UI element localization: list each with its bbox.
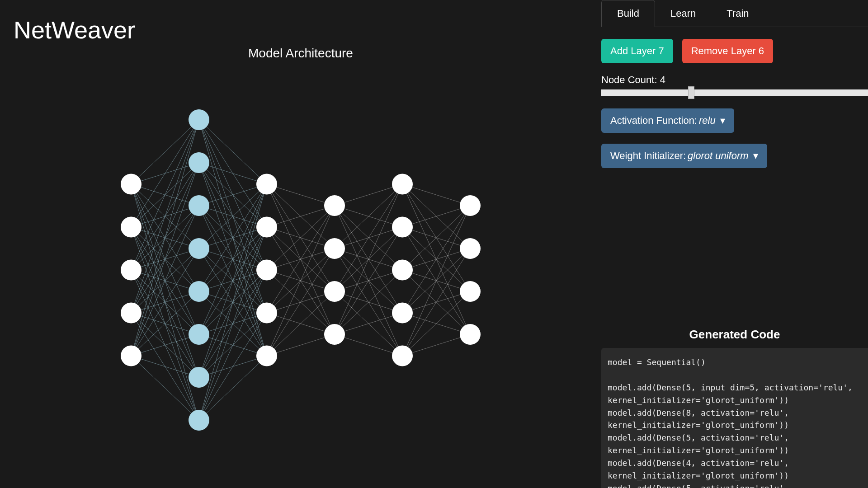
network-node[interactable] bbox=[121, 174, 142, 194]
network-edge bbox=[131, 356, 199, 377]
app-title: NetWeaver bbox=[14, 16, 588, 44]
network-edge bbox=[199, 184, 267, 420]
network-edge bbox=[131, 291, 199, 356]
network-node[interactable] bbox=[460, 281, 481, 302]
network-edge bbox=[335, 270, 402, 334]
network-node[interactable] bbox=[189, 410, 209, 431]
network-edge bbox=[402, 249, 470, 356]
network-edge bbox=[402, 206, 470, 227]
network-viz-container bbox=[14, 61, 588, 479]
network-node[interactable] bbox=[256, 174, 277, 194]
add-layer-button[interactable]: Add Layer 7 bbox=[601, 39, 673, 63]
network-edge bbox=[131, 249, 199, 356]
network-node[interactable] bbox=[460, 195, 481, 216]
network-node[interactable] bbox=[189, 281, 209, 302]
network-node[interactable] bbox=[189, 152, 209, 173]
generated-code-block[interactable]: model = Sequential() model.add(Dense(5, … bbox=[601, 348, 868, 488]
activation-dropdown[interactable]: Activation Function: relu ▾ bbox=[601, 108, 734, 133]
network-edge bbox=[267, 184, 335, 206]
network-edge bbox=[131, 120, 199, 356]
network-edge bbox=[267, 206, 335, 270]
network-node[interactable] bbox=[392, 174, 413, 194]
network-node[interactable] bbox=[324, 238, 345, 259]
network-edge bbox=[267, 249, 335, 356]
network-node[interactable] bbox=[256, 302, 277, 323]
network-edge bbox=[267, 206, 335, 313]
network-node[interactable] bbox=[189, 195, 209, 216]
network-node[interactable] bbox=[256, 216, 277, 237]
network-edge bbox=[199, 120, 267, 184]
network-edge bbox=[199, 356, 267, 420]
network-node[interactable] bbox=[460, 238, 481, 259]
network-node[interactable] bbox=[189, 109, 209, 130]
network-node[interactable] bbox=[256, 259, 277, 280]
network-edge bbox=[402, 206, 470, 313]
network-edge bbox=[131, 120, 199, 313]
network-edge bbox=[131, 356, 199, 420]
network-node[interactable] bbox=[392, 302, 413, 323]
network-node[interactable] bbox=[392, 259, 413, 280]
network-edge bbox=[131, 120, 199, 184]
network-node[interactable] bbox=[189, 367, 209, 388]
generated-code-title: Generated Code bbox=[601, 328, 868, 342]
network-edge bbox=[335, 184, 402, 206]
network-node[interactable] bbox=[121, 345, 142, 366]
mode-tabs: BuildLearnTrain bbox=[601, 0, 868, 27]
network-node[interactable] bbox=[121, 302, 142, 323]
network-edge bbox=[335, 227, 402, 334]
network-edge bbox=[199, 184, 267, 291]
network-edge bbox=[199, 184, 267, 377]
network-edge bbox=[335, 313, 402, 334]
network-edge bbox=[402, 334, 470, 356]
network-edge bbox=[267, 334, 335, 356]
network-edge bbox=[199, 227, 267, 420]
network-edge bbox=[199, 163, 267, 184]
node-count-slider[interactable] bbox=[601, 89, 868, 96]
caret-down-icon: ▾ bbox=[753, 150, 758, 162]
network-edge bbox=[402, 184, 470, 206]
network-edge bbox=[131, 120, 199, 227]
network-svg[interactable] bbox=[112, 100, 490, 440]
initializer-dropdown[interactable]: Weight Initializer: glorot uniform ▾ bbox=[601, 144, 767, 168]
network-edge bbox=[131, 163, 199, 356]
network-edge bbox=[402, 206, 470, 270]
architecture-title: Model Architecture bbox=[14, 46, 588, 61]
node-count-label: Node Count: 4 bbox=[601, 74, 868, 86]
network-node[interactable] bbox=[324, 324, 345, 345]
network-edge bbox=[199, 184, 267, 206]
network-node[interactable] bbox=[324, 195, 345, 216]
network-node[interactable] bbox=[189, 238, 209, 259]
network-node[interactable] bbox=[460, 324, 481, 345]
remove-layer-button[interactable]: Remove Layer 6 bbox=[682, 39, 773, 63]
network-edge bbox=[335, 184, 402, 249]
network-node[interactable] bbox=[256, 345, 277, 366]
network-node[interactable] bbox=[121, 216, 142, 237]
network-edge bbox=[335, 334, 402, 356]
network-node[interactable] bbox=[392, 345, 413, 366]
caret-down-icon: ▾ bbox=[720, 115, 725, 127]
network-edge bbox=[131, 334, 199, 356]
network-edge bbox=[267, 291, 335, 356]
network-edge bbox=[199, 313, 267, 420]
network-node[interactable] bbox=[324, 281, 345, 302]
tab-train[interactable]: Train bbox=[711, 0, 764, 27]
network-edge bbox=[335, 184, 402, 291]
network-node[interactable] bbox=[121, 259, 142, 280]
tab-build[interactable]: Build bbox=[601, 0, 655, 27]
network-edge bbox=[267, 206, 335, 227]
tab-learn[interactable]: Learn bbox=[655, 0, 711, 27]
network-node[interactable] bbox=[392, 216, 413, 237]
network-edge bbox=[402, 291, 470, 356]
network-edge bbox=[199, 184, 267, 249]
network-node[interactable] bbox=[189, 324, 209, 345]
